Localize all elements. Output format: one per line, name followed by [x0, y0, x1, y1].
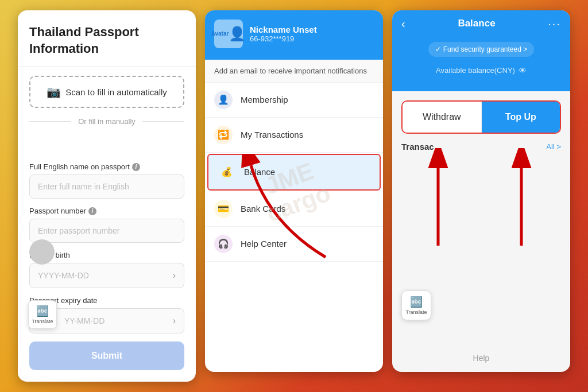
- membership-label: Membership: [241, 95, 288, 104]
- full-name-info-icon: i: [132, 163, 140, 171]
- balance-icon: 💰: [218, 163, 236, 181]
- divider-text: Or fill in manually: [71, 117, 142, 126]
- translate-button[interactable]: 🔤 Translate: [28, 300, 57, 329]
- help-label: Help: [392, 354, 570, 363]
- fund-security-badge: ✓ Fund security guaranteed >: [428, 42, 534, 57]
- all-link[interactable]: All >: [546, 142, 561, 151]
- sidebar-item-help-center[interactable]: 🎧 Help Center: [205, 227, 383, 262]
- scan-button[interactable]: 📷 Scan to fill in automatically: [29, 76, 184, 108]
- full-name-input[interactable]: Enter full name in English: [29, 174, 184, 199]
- sidebar-item-membership[interactable]: 👤 Membership: [205, 83, 383, 118]
- passport-info-icon: i: [88, 207, 96, 215]
- balance-label: Balance: [244, 167, 275, 177]
- avatar-circle: [29, 239, 55, 265]
- full-name-label: Full English name on passport i: [29, 162, 184, 171]
- transactions-icon: 🔁: [214, 126, 233, 144]
- back-icon[interactable]: ‹: [401, 17, 405, 30]
- transactions-label: My Transactions: [241, 130, 303, 139]
- balance-title: Balance: [458, 18, 495, 29]
- menu-list: 👤 Membership 🔁 My Transactions 💰 Balance…: [205, 83, 383, 262]
- more-icon[interactable]: ···: [548, 17, 561, 30]
- balance-header: ‹ Balance ···: [392, 10, 570, 42]
- dob-arrow-icon: ›: [173, 270, 176, 281]
- available-balance-label: Available balance(CNY) 👁: [401, 66, 561, 75]
- membership-icon: 👤: [214, 91, 233, 109]
- divider-line-right: [142, 121, 184, 122]
- passport-number-input[interactable]: Enter passport number: [29, 219, 184, 243]
- user-info: Nickname Unset 66-932***919: [250, 25, 317, 43]
- menu-avatar: Avatar 👤: [214, 20, 243, 48]
- divider-line-left: [29, 121, 71, 122]
- helpcenter-icon: 🎧: [214, 235, 233, 253]
- topup-button[interactable]: Top Up: [482, 102, 560, 133]
- translate-icon: 🔤: [36, 305, 49, 317]
- bankcards-label: Bank Cards: [241, 204, 285, 214]
- sidebar-item-bank-cards[interactable]: 💳 Bank Cards: [205, 192, 383, 227]
- user-phone: 66-932***919: [250, 34, 317, 43]
- camera-icon: 📷: [47, 85, 61, 99]
- arrow-annotation-balance: [392, 148, 570, 263]
- submit-button[interactable]: Submit: [29, 341, 184, 370]
- balance-actions: Withdraw Top Up: [401, 100, 561, 134]
- passport-title: Thailand Passport Information: [29, 24, 184, 57]
- transactions-header: Transac All >: [392, 134, 570, 156]
- passport-header: Thailand Passport Information: [18, 10, 196, 67]
- sidebar-item-balance[interactable]: 💰 Balance: [207, 154, 381, 191]
- panel-balance: ‹ Balance ··· ✓ Fund security guaranteed…: [392, 10, 570, 372]
- email-notification: Add an email to receive important notifi…: [205, 60, 383, 83]
- dob-input[interactable]: YYYY-MM-DD ›: [29, 263, 184, 288]
- helpcenter-label: Help Center: [241, 239, 287, 249]
- transactions-title: Transac: [401, 142, 434, 152]
- sidebar-item-my-transactions[interactable]: 🔁 My Transactions: [205, 118, 383, 153]
- divider-row: Or fill in manually: [18, 117, 196, 126]
- withdraw-button[interactable]: Withdraw: [403, 102, 482, 133]
- eye-icon: 👁: [519, 66, 527, 75]
- translate-button-3[interactable]: 🔤 Translate: [401, 290, 431, 320]
- translate-icon-3: 🔤: [410, 296, 423, 308]
- bankcards-icon: 💳: [214, 200, 233, 218]
- panel-menu: Avatar 👤 Nickname Unset 66-932***919 Add…: [205, 10, 383, 372]
- passport-number-label: Passport number i: [29, 207, 184, 215]
- scan-label: Scan to fill in automatically: [65, 87, 167, 97]
- expiry-arrow-icon: ›: [173, 316, 176, 326]
- shield-icon: ✓: [435, 45, 441, 53]
- panel-passport: Thailand Passport Information 📷 Scan to …: [18, 10, 196, 382]
- balance-blue-area: ✓ Fund security guaranteed > Available b…: [392, 42, 570, 91]
- menu-header: Avatar 👤 Nickname Unset 66-932***919: [205, 10, 383, 60]
- username: Nickname Unset: [250, 25, 317, 34]
